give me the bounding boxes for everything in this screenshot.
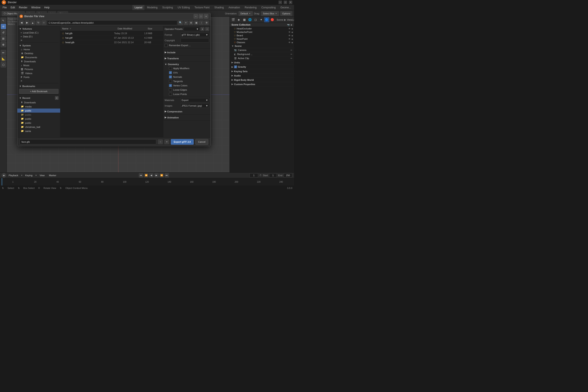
loose-edges-checkbox[interactable] bbox=[169, 88, 172, 91]
tab-shading[interactable]: Shading bbox=[212, 5, 226, 10]
nosepoint-render-icon[interactable]: ◈ bbox=[292, 38, 293, 40]
recent-christmas-ball[interactable]: 📁 christmas_ball bbox=[18, 125, 60, 129]
collection-item-nosepoint[interactable]: ▽ NosePoint 👁 ◈ bbox=[233, 37, 294, 40]
beard-eye-icon[interactable]: 👁 bbox=[288, 34, 290, 37]
sp-activeclip-row[interactable]: 🎬 Active Clip ✏ bbox=[230, 56, 294, 60]
system-expand[interactable]: ▶ bbox=[18, 79, 60, 82]
normals-checkbox[interactable]: ✓ bbox=[169, 76, 172, 78]
file-hat-glb[interactable]: ◇ hat.glb Today 15:19 1.8 MiB bbox=[60, 31, 163, 36]
tab-layout[interactable]: Layout bbox=[132, 5, 144, 10]
sp-camera-row[interactable]: 📷 Camera ✏ bbox=[230, 48, 294, 52]
sp-customprops-section[interactable]: ▶ Custom Properties bbox=[230, 82, 294, 86]
tab-sculpting[interactable]: Sculpting bbox=[160, 5, 175, 10]
col-header-size[interactable]: Size bbox=[146, 26, 163, 31]
current-frame-input[interactable] bbox=[250, 173, 258, 178]
include-header[interactable]: ▶ Include bbox=[163, 50, 210, 54]
sp-background-row[interactable]: ◧ Background ... ✏ bbox=[230, 52, 294, 56]
file-hat-gltf[interactable]: ◇ hat.gltf 07 Jan 2022 15:13 4.3 MiB bbox=[60, 36, 163, 40]
tangents-checkbox[interactable] bbox=[169, 80, 172, 83]
system-header[interactable]: ▼ System bbox=[18, 44, 60, 48]
tool-rotate[interactable]: ↺ bbox=[1, 30, 6, 35]
dialog-maximize-button[interactable]: □ bbox=[199, 14, 203, 18]
dialog-close-button[interactable]: × bbox=[204, 14, 208, 18]
mustachepoint-render-icon[interactable]: ◈ bbox=[292, 31, 293, 33]
filename-input[interactable] bbox=[20, 139, 156, 144]
bookmarks-header[interactable]: ▼ Bookmarks bbox=[18, 84, 60, 88]
volumes-header[interactable]: ▼ Volumes bbox=[18, 27, 60, 31]
menu-render[interactable]: Render bbox=[17, 6, 29, 10]
tool-transform[interactable]: ⊕ bbox=[1, 42, 6, 47]
tab-compositing[interactable]: Compositing bbox=[259, 5, 278, 10]
tab-texture-paint[interactable]: Texture Paint bbox=[192, 5, 212, 10]
nav-up-button[interactable]: ▲ bbox=[30, 20, 35, 25]
panel-icon-world[interactable]: 🌐 bbox=[247, 17, 252, 22]
menu-help[interactable]: Help bbox=[42, 6, 51, 10]
timeline-mode-icon[interactable]: ◉ bbox=[2, 173, 6, 178]
tool-move[interactable]: ✛ bbox=[1, 24, 6, 29]
tab-modeling[interactable]: Modeling bbox=[145, 5, 160, 10]
system-music[interactable]: ♪ Music bbox=[18, 64, 60, 67]
nav-forward-button[interactable]: ▶ bbox=[25, 20, 30, 25]
mustachepoint-eye-icon[interactable]: 👁 bbox=[288, 31, 290, 33]
play-back-button[interactable]: ◀ bbox=[149, 173, 154, 178]
settings-button[interactable]: ⚙ bbox=[204, 21, 209, 25]
system-documents[interactable]: 📁 Documents bbox=[18, 55, 60, 59]
gravity-checkbox[interactable]: ✓ bbox=[234, 65, 237, 68]
panel-icon-constraints[interactable]: 🔴 bbox=[270, 17, 275, 22]
nav-bookmark-button[interactable]: ☆ bbox=[42, 20, 46, 25]
tab-animation[interactable]: Animation bbox=[226, 5, 242, 10]
panel-icon-physics[interactable]: 🔵 bbox=[264, 17, 269, 22]
panel-icon-objects[interactable]: ◻ bbox=[253, 17, 258, 22]
add-bookmark-button[interactable]: + Add Bookmark bbox=[19, 89, 58, 94]
sp-audio-section[interactable]: ▶ Audio bbox=[230, 74, 294, 78]
filename-plus-button[interactable]: + bbox=[164, 140, 169, 144]
system-desktop[interactable]: 🖥 Desktop bbox=[18, 51, 60, 55]
materials-dropdown[interactable]: Export ▼ bbox=[180, 98, 209, 102]
tab-rendering[interactable]: Rendering bbox=[243, 5, 259, 10]
system-videos[interactable]: 🎬 Videos bbox=[18, 71, 60, 75]
collection-item-mustachepoint[interactable]: ▽ MustachePoint 👁 ◈ bbox=[233, 30, 294, 34]
options-button[interactable]: Options bbox=[280, 11, 292, 16]
apply-modifiers-checkbox[interactable] bbox=[169, 67, 172, 70]
recent-public-4[interactable]: 📁 public bbox=[18, 121, 60, 125]
nav-refresh-button[interactable]: ↻ bbox=[36, 20, 40, 25]
collection-item-glasses[interactable]: ▽ Glasses 👁 ◈ bbox=[233, 40, 294, 44]
volumes-expand[interactable]: ▶ bbox=[18, 38, 60, 42]
nosepoint-eye-icon[interactable]: 👁 bbox=[288, 38, 290, 40]
col-header-name[interactable]: Name ▼ bbox=[60, 26, 116, 31]
headoccluder-eye-icon[interactable]: 👁 bbox=[288, 28, 290, 30]
recent-header[interactable]: ▼ Recent × bbox=[18, 96, 60, 100]
path-input[interactable] bbox=[47, 20, 177, 25]
system-fonts[interactable]: F Fonts bbox=[18, 75, 60, 79]
menu-edit[interactable]: Edit bbox=[9, 6, 17, 10]
recent-clear-button[interactable]: × bbox=[55, 96, 58, 100]
format-dropdown[interactable]: glTF Binary (.glb) ▼ bbox=[180, 33, 209, 37]
sp-units-section[interactable]: ▶ Units bbox=[230, 60, 294, 65]
sp-scene-section[interactable]: ▼ Scene bbox=[230, 44, 294, 48]
cancel-button[interactable]: Cancel bbox=[195, 139, 208, 145]
tool-cursor[interactable]: ↖ bbox=[1, 18, 6, 23]
maximize-button[interactable]: □ bbox=[284, 1, 287, 4]
op-presets-add-button[interactable]: + bbox=[200, 27, 204, 31]
activeclip-edit-icon[interactable]: ✏ bbox=[290, 57, 292, 60]
close-button[interactable]: × bbox=[289, 1, 292, 4]
keying-menu[interactable]: Keying bbox=[24, 174, 34, 177]
tool-scale[interactable]: ⊞ bbox=[1, 36, 6, 41]
op-presets-dropdown[interactable]: ▼ bbox=[184, 27, 200, 31]
tool-annotate[interactable]: ✏ bbox=[1, 50, 6, 56]
panel-icon-scene[interactable]: 🎬 bbox=[230, 17, 236, 22]
panel-icon-particles[interactable]: ✦ bbox=[258, 17, 264, 22]
camera-edit-icon[interactable]: ✏ bbox=[290, 49, 292, 51]
minimize-button[interactable]: − bbox=[278, 1, 282, 4]
panel-icon-render[interactable]: ◈ bbox=[236, 17, 241, 22]
file-head-glb[interactable]: ◇ head.glb 22 Oct 2021 22:14 20 KiB bbox=[60, 40, 163, 45]
start-frame-input[interactable] bbox=[269, 173, 277, 178]
recent-media[interactable]: 📁 media bbox=[18, 104, 60, 108]
search-button[interactable]: 🔍 bbox=[178, 20, 183, 25]
jump-start-button[interactable]: ⏮ bbox=[139, 173, 143, 178]
view-list-button[interactable]: ≡ bbox=[184, 21, 188, 25]
col-header-date[interactable]: Date Modified bbox=[116, 26, 146, 31]
recent-public-dimmed[interactable]: 📁 public bbox=[18, 112, 60, 117]
transform-header[interactable]: ▶ Transform bbox=[163, 56, 210, 60]
uvs-checkbox[interactable]: ✓ bbox=[169, 71, 172, 74]
